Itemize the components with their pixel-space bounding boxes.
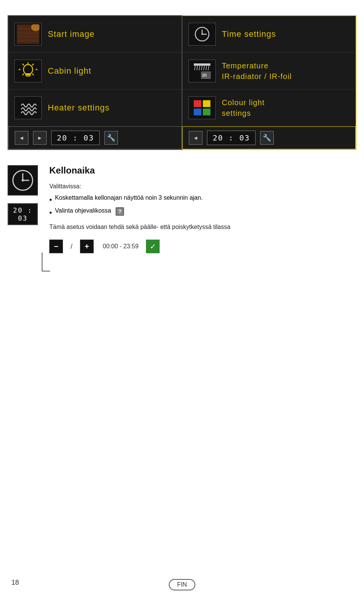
- time-settings-label: Time settings: [222, 29, 276, 39]
- colour-light-label: Colour lightsettings: [222, 97, 265, 118]
- info-title: Kellonaika: [49, 165, 356, 176]
- right-bottom-bar: ◄ 20 : 03 🔧: [182, 126, 356, 149]
- info-intro: Valittavissa:: [49, 181, 356, 191]
- bullet-1-dot: •: [49, 194, 52, 205]
- left-bottom-bar: ◄ ► 20 : 03 🔧: [8, 126, 182, 149]
- slash-divider: /: [71, 243, 72, 251]
- controls-row: − / + 00:00 - 23:59 ✓: [48, 240, 160, 253]
- bottom-controls-wrapper: − / + 00:00 - 23:59 ✓: [8, 240, 356, 271]
- svg-rect-25: [194, 63, 210, 66]
- info-time-display[interactable]: 20 : 03: [8, 203, 38, 225]
- prev-button[interactable]: ◄: [15, 131, 28, 145]
- svg-point-44: [22, 179, 24, 181]
- plus-button[interactable]: +: [80, 240, 94, 253]
- info-text-col: Kellonaika Valittavissa: • Koskettamalla…: [49, 165, 356, 232]
- check-button[interactable]: ✓: [146, 240, 160, 253]
- start-image-label: Start image: [48, 29, 95, 39]
- page-number: 18: [11, 579, 19, 587]
- menu-item-cabin-light[interactable]: Cabin light: [8, 53, 182, 90]
- heater-settings-label: Heater settings: [48, 103, 110, 113]
- right-panel: Time settings: [182, 15, 356, 150]
- ir-icon: IR: [188, 60, 216, 82]
- info-clock-icon: [8, 165, 38, 196]
- bracket-container: − / + 00:00 - 23:59 ✓: [42, 240, 160, 271]
- bullet-2-text: Valinta ohjevalikossa: [55, 207, 111, 214]
- lang-badge: FIN: [169, 579, 195, 590]
- svg-rect-4: [17, 36, 39, 37]
- left-time-display[interactable]: 20 : 03: [51, 131, 100, 145]
- bracket-lines: [42, 252, 50, 271]
- cabin-light-icon: [14, 60, 42, 82]
- temperature-label: TemperatureIR-radiator / IR-foil: [222, 60, 292, 82]
- right-prev-button[interactable]: ◄: [189, 131, 202, 145]
- time-settings-icon: [188, 23, 216, 46]
- minus-button[interactable]: −: [49, 240, 63, 253]
- heater-icon: [14, 96, 42, 119]
- bracket-vertical: [42, 252, 42, 271]
- bullet-1: • Koskettamalla kellonajan näyttöä noin …: [49, 194, 356, 205]
- svg-rect-37: [203, 100, 210, 107]
- right-wrench-button[interactable]: 🔧: [260, 131, 274, 145]
- bullet-2: • Valinta ohjevalikossa ?: [49, 207, 356, 218]
- range-text: 00:00 - 23:59: [103, 243, 138, 250]
- menu-item-temperature[interactable]: IR TemperatureIR-radiator / IR-foil: [182, 53, 356, 90]
- svg-rect-3: [17, 32, 39, 33]
- menu-item-colour-light[interactable]: Colour lightsettings: [182, 90, 356, 126]
- info-icon-col: 20 : 03: [8, 165, 38, 225]
- info-section: 20 : 03 Kellonaika Valittavissa: • Koske…: [8, 165, 356, 232]
- svg-rect-5: [17, 39, 39, 41]
- menu-item-start-image[interactable]: Start image: [8, 16, 182, 53]
- bullet-1-text: Koskettamalla kellonajan näyttöä noin 3 …: [55, 194, 203, 201]
- svg-rect-38: [194, 109, 201, 115]
- bullet-2-dot: •: [49, 207, 52, 218]
- menu-item-time-settings[interactable]: Time settings: [182, 16, 356, 53]
- svg-point-23: [201, 33, 203, 35]
- svg-rect-39: [203, 109, 210, 115]
- svg-text:IR: IR: [202, 73, 207, 78]
- start-image-icon: [14, 23, 42, 46]
- bracket-horizontal: [42, 271, 50, 271]
- colour-light-icon: [188, 96, 216, 119]
- next-button[interactable]: ►: [33, 131, 47, 145]
- left-panel: Start image: [8, 15, 182, 150]
- svg-rect-36: [194, 100, 201, 107]
- help-icon: ?: [116, 207, 124, 216]
- right-time-display[interactable]: 20 : 03: [207, 131, 256, 145]
- cabin-light-label: Cabin light: [48, 66, 91, 76]
- left-wrench-button[interactable]: 🔧: [104, 131, 118, 145]
- menu-item-heater-settings[interactable]: Heater settings: [8, 90, 182, 126]
- info-note: Tämä asetus voidaan tehdä sekä päälle- e…: [49, 222, 356, 232]
